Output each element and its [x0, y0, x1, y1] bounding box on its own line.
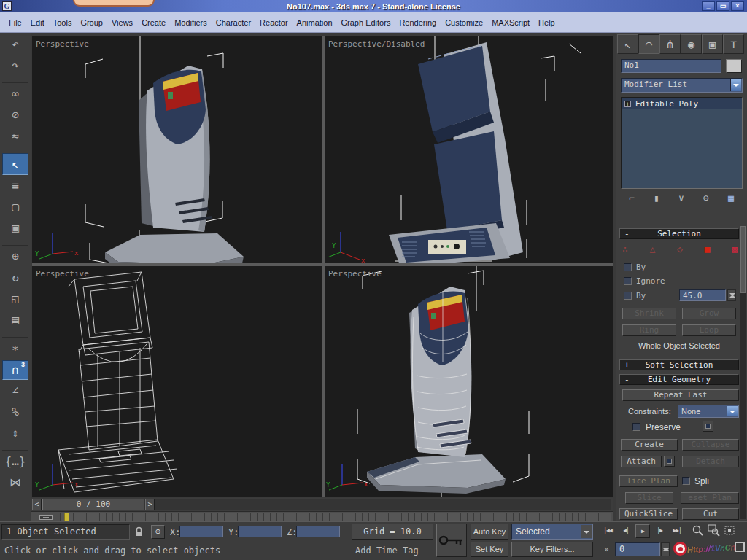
viewport-bottom-right[interactable]: Perspective [325, 266, 613, 497]
repeat-last-button[interactable]: Repeat Last [622, 389, 739, 401]
named-selection-sets-icon[interactable]: {…} [2, 450, 28, 472]
select-and-manipulate-icon[interactable]: ∗ [2, 337, 28, 359]
polygon-icon[interactable]: ■ [705, 244, 711, 254]
utilities-tab-icon[interactable]: ⊤ [723, 34, 744, 54]
set-keys-button[interactable] [436, 524, 467, 557]
viewport-top-left[interactable]: Perspective [32, 36, 322, 263]
menu-views[interactable]: Views [107, 16, 137, 29]
split-checkbox[interactable] [682, 477, 690, 485]
by-angle-checkbox[interactable] [624, 292, 632, 300]
slice-button[interactable]: Slice [625, 492, 673, 504]
key-filters-button[interactable]: Key Filters... [511, 542, 593, 557]
x-coordinate-field[interactable] [179, 526, 223, 537]
menu-character[interactable]: Character [212, 16, 255, 29]
track-bar-ruler[interactable] [60, 513, 611, 521]
grow-button[interactable]: Grow [682, 308, 736, 319]
select-and-scale-icon[interactable]: ◱ [2, 289, 28, 309]
menu-maxscript[interactable]: MAXScript [487, 16, 534, 29]
menu-help[interactable]: Help [534, 16, 560, 29]
hierarchy-tab-icon[interactable]: ⋔ [659, 34, 681, 54]
track-bar[interactable] [31, 511, 613, 521]
modifier-stack-item[interactable]: + Editable Poly [622, 98, 742, 109]
attach-settings-button[interactable] [664, 456, 675, 467]
quickslice-button[interactable]: QuickSlice [619, 508, 678, 520]
percent-snap-icon[interactable]: % [2, 402, 28, 422]
menu-animation[interactable]: Animation [293, 16, 337, 29]
menu-tools[interactable]: Tools [49, 16, 77, 29]
pin-stack-icon[interactable]: ⌐ [624, 192, 640, 203]
bind-to-spacewarp-icon[interactable]: ≈ [2, 127, 28, 147]
expand-icon[interactable]: + [624, 101, 631, 107]
menu-modifiers[interactable]: Modifiers [170, 16, 212, 29]
attach-button[interactable]: Attach [621, 456, 662, 467]
motion-tab-icon[interactable]: ◉ [681, 34, 702, 54]
previous-frame-icon[interactable]: ◀| [619, 524, 633, 538]
go-to-end-icon[interactable]: ▶▶| [669, 524, 685, 538]
modify-tab-icon[interactable]: ◠ [638, 34, 659, 54]
viewport-label[interactable]: Perspective [328, 269, 382, 279]
border-icon[interactable]: ◇ [677, 244, 683, 254]
selection-lock-icon[interactable] [134, 526, 144, 540]
set-key-button[interactable]: Set Key [471, 542, 508, 557]
menu-rendering[interactable]: Rendering [395, 16, 441, 29]
angle-value-field[interactable]: 45.0 [679, 289, 726, 301]
soft-selection-rollout-header[interactable]: + Soft Selection [619, 359, 739, 370]
edit-geometry-rollout-header[interactable]: - Edit Geometry [619, 374, 739, 385]
ring-button[interactable]: Ring [622, 324, 676, 336]
reference-coordinate-icon[interactable]: ▤ [2, 311, 28, 330]
snaps-toggle-icon[interactable]: ∩3 [2, 360, 28, 380]
window-crossing-icon[interactable]: ▣ [2, 219, 28, 238]
select-and-rotate-icon[interactable]: ↻ [2, 268, 28, 288]
key-filter-scope-dropdown[interactable]: Selected [511, 524, 593, 540]
create-tab-icon[interactable]: ↖ [617, 34, 638, 54]
next-frame-arrow[interactable]: > [145, 499, 155, 510]
select-by-name-icon[interactable]: ≡ [2, 176, 28, 196]
vertex-icon[interactable]: ∴ [622, 244, 628, 254]
collapse-button[interactable]: Collapse [682, 439, 739, 451]
unlink-selection-icon[interactable]: ⊘ [2, 106, 28, 125]
preserve-uvs-checkbox[interactable] [632, 423, 640, 431]
menu-customize[interactable]: Customize [441, 16, 487, 29]
detach-button[interactable]: Detach [682, 456, 739, 467]
key-mode-toggle-icon[interactable]: » [600, 543, 613, 556]
add-time-tag[interactable]: Add Time Tag [355, 545, 419, 556]
viewport-top-right[interactable]: Perspective/Disabled [325, 36, 613, 263]
preserve-settings-button[interactable] [703, 421, 713, 432]
menu-group[interactable]: Group [76, 16, 107, 29]
menu-reactor[interactable]: Reactor [255, 16, 293, 29]
minimize-button[interactable]: _ [702, 1, 715, 11]
menu-edit[interactable]: Edit [26, 16, 49, 29]
slice-plane-button[interactable]: lice Plan [619, 475, 678, 487]
dropdown-arrow-icon[interactable] [727, 406, 738, 416]
time-slider-handle[interactable]: 0 / 100 [42, 499, 144, 510]
redo-icon[interactable]: ↷ [2, 56, 28, 76]
next-frame-icon[interactable]: |▶ [652, 524, 667, 538]
create-button[interactable]: Create [621, 439, 678, 451]
remove-modifier-icon[interactable]: ⊖ [698, 192, 714, 203]
viewport-label[interactable]: Perspective [36, 269, 89, 279]
current-frame-marker[interactable] [64, 513, 69, 521]
previous-frame-arrow[interactable]: < [32, 499, 42, 510]
selection-rollout-header[interactable]: - Selection [619, 228, 739, 239]
angle-snap-icon[interactable]: ∠ [2, 381, 28, 401]
dropdown-arrow-icon[interactable] [730, 79, 741, 91]
object-name-field[interactable]: No1 [621, 59, 721, 73]
mirror-icon[interactable]: ⋈ [2, 473, 28, 493]
go-to-start-icon[interactable]: |◀◀ [600, 524, 616, 538]
y-coordinate-field[interactable] [238, 526, 282, 537]
menu-file[interactable]: File [4, 16, 26, 29]
edge-icon[interactable]: △ [650, 244, 656, 254]
reset-plane-button[interactable]: eset Plan [681, 492, 739, 504]
constraints-dropdown[interactable]: None [678, 405, 739, 418]
shrink-button[interactable]: Shrink [622, 308, 676, 319]
close-button[interactable]: × [731, 1, 744, 11]
display-tab-icon[interactable]: ▣ [702, 34, 723, 54]
spinner-snap-icon[interactable]: ⇕ [2, 424, 28, 443]
current-frame-field[interactable]: 0 [615, 542, 660, 556]
auto-key-button[interactable]: Auto Key [471, 524, 508, 540]
viewport-bottom-left[interactable]: Perspective [32, 266, 322, 497]
viewport-label[interactable]: Perspective [36, 39, 89, 49]
viewport-label[interactable]: Perspective/Disabled [328, 39, 425, 49]
ignore-backfacing-checkbox[interactable] [624, 277, 632, 285]
restore-button[interactable]: ▭ [716, 1, 729, 11]
